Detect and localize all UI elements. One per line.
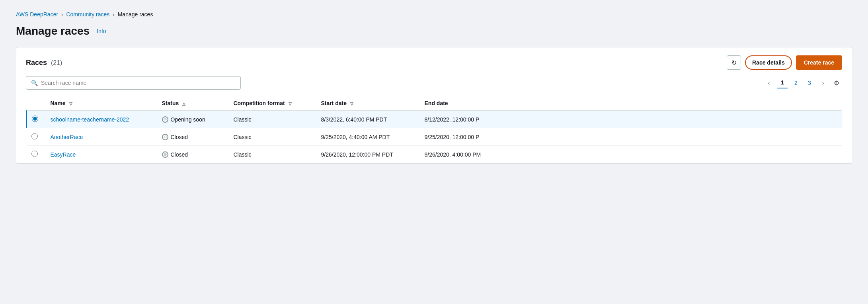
races-title: Races [26, 59, 47, 67]
row1-radio-cell [27, 111, 46, 128]
row1-format-cell: Classic [229, 111, 316, 128]
pagination-next[interactable]: › [817, 77, 829, 88]
col-header-format[interactable]: Competition format ▽ [229, 96, 316, 111]
row2-status-text: Closed [171, 134, 188, 140]
row3-name-cell: EasyRace [46, 146, 157, 163]
table-row: AnotherRace ⊖ Closed Classic 9/25/2020, … [27, 128, 843, 146]
races-heading: Races (21) [26, 59, 62, 67]
row1-end-cell: 8/12/2022, 12:00:00 P [420, 111, 843, 128]
row2-status-icon: ⊖ [162, 134, 168, 140]
breadcrumb-sep2: › [113, 12, 114, 18]
pagination-page-2[interactable]: 2 [790, 77, 802, 88]
data-table: Name ▽ Status △ Competition format ▽ Sta… [26, 96, 842, 163]
col-header-start[interactable]: Start date ▽ [316, 96, 420, 111]
row1-name-link[interactable]: schoolname-teachername-2022 [51, 116, 129, 123]
refresh-button[interactable]: ↻ [727, 55, 741, 70]
page-container: AWS DeepRacer › Community races › Manage… [0, 0, 868, 304]
toolbar-right: ↻ Race details Create race [727, 55, 842, 70]
sort-icon-format: ▽ [289, 102, 292, 106]
table-header: Name ▽ Status △ Competition format ▽ Sta… [27, 96, 843, 111]
row1-name-cell: schoolname-teachername-2022 [46, 111, 157, 128]
races-count: (21) [51, 59, 62, 66]
create-race-button[interactable]: Create race [796, 55, 842, 70]
col-header-status[interactable]: Status △ [157, 96, 229, 111]
row3-format-cell: Classic [229, 146, 316, 163]
page-title: Manage races [16, 25, 90, 37]
row3-radio[interactable] [31, 151, 38, 157]
content-panel: Races (21) ↻ Race details Create race 🔍 … [16, 47, 852, 164]
panel-toolbar: Races (21) ↻ Race details Create race [26, 55, 842, 70]
row2-format-cell: Classic [229, 128, 316, 146]
row1-start-cell: 8/3/2022, 6:40:00 PM PDT [316, 111, 420, 128]
row1-status-badge: ◷ Opening soon [162, 116, 224, 123]
pagination-prev[interactable]: ‹ [763, 77, 774, 88]
row3-status-badge: ⊖ Closed [162, 151, 224, 158]
breadcrumb-current: Manage races [118, 11, 153, 18]
sort-icon-start: ▽ [350, 102, 353, 106]
row2-status-badge: ⊖ Closed [162, 134, 224, 140]
row2-radio-cell [27, 128, 46, 146]
row1-status-icon: ◷ [162, 116, 168, 123]
row3-end-cell: 9/26/2020, 4:00:00 PM [420, 146, 843, 163]
row3-start-cell: 9/26/2020, 12:00:00 PM PDT [316, 146, 420, 163]
row3-status-cell: ⊖ Closed [157, 146, 229, 163]
pagination-page-1[interactable]: 1 [777, 77, 788, 88]
col-header-radio [27, 96, 46, 111]
table-settings-button[interactable]: ⚙ [831, 77, 842, 88]
search-box: 🔍 [26, 76, 241, 90]
page-header: Manage races Info [16, 25, 852, 37]
table-body: schoolname-teachername-2022 ◷ Opening so… [27, 111, 843, 163]
search-input[interactable] [41, 80, 236, 86]
search-icon: 🔍 [31, 80, 38, 86]
table-row: schoolname-teachername-2022 ◷ Opening so… [27, 111, 843, 128]
row3-name-link[interactable]: EasyRace [51, 151, 76, 158]
col-header-end[interactable]: End date [420, 96, 843, 111]
row3-radio-cell [27, 146, 46, 163]
row1-status-text: Opening soon [171, 116, 205, 123]
breadcrumb-section[interactable]: Community races [66, 11, 109, 18]
race-details-button[interactable]: Race details [745, 55, 792, 70]
breadcrumb: AWS DeepRacer › Community races › Manage… [16, 11, 852, 18]
row1-radio[interactable] [32, 116, 38, 122]
row3-status-text: Closed [171, 151, 188, 158]
table-row: EasyRace ⊖ Closed Classic 9/26/2020, 12:… [27, 146, 843, 163]
breadcrumb-sep1: › [61, 12, 63, 18]
col-header-name[interactable]: Name ▽ [46, 96, 157, 111]
sort-icon-name: ▽ [69, 102, 72, 106]
row2-name-cell: AnotherRace [46, 128, 157, 146]
pagination-page-3[interactable]: 3 [804, 77, 815, 88]
row2-name-link[interactable]: AnotherRace [51, 134, 83, 140]
row2-end-cell: 9/25/2020, 12:00:00 P [420, 128, 843, 146]
row2-status-cell: ⊖ Closed [157, 128, 229, 146]
pagination: ‹ 1 2 3 › ⚙ [763, 77, 842, 88]
row2-radio[interactable] [31, 133, 38, 139]
breadcrumb-home[interactable]: AWS DeepRacer [16, 11, 58, 18]
info-link[interactable]: Info [97, 28, 106, 34]
row2-start-cell: 9/25/2020, 4:40:00 AM PDT [316, 128, 420, 146]
sort-icon-status: △ [182, 102, 185, 106]
row1-status-cell: ◷ Opening soon [157, 111, 229, 128]
search-row: 🔍 ‹ 1 2 3 › ⚙ [26, 76, 842, 90]
row3-status-icon: ⊖ [162, 151, 168, 158]
